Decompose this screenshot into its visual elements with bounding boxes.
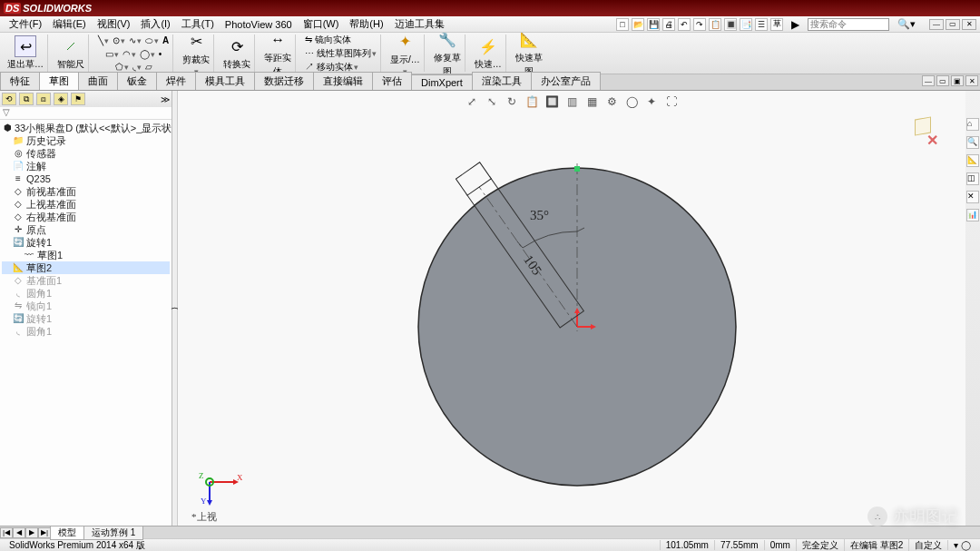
arc-icon[interactable]: ◠▾ [122, 49, 136, 59]
panel-tab-display[interactable]: ⚑ [71, 93, 85, 105]
bottom-tab-motion[interactable]: 运动算例 1 [83, 526, 143, 540]
tree-right[interactable]: ◇右视基准面 [2, 211, 170, 223]
panel-tab-property[interactable]: ⧉ [19, 93, 34, 105]
display-button[interactable]: ✦ 显示/…▾ [390, 33, 420, 74]
minimize-button[interactable]: — [929, 19, 944, 30]
panel-tab-config[interactable]: ⧈ [36, 93, 51, 105]
status-tail[interactable]: ▾ ◯ [947, 540, 976, 550]
tab-evaluate[interactable]: 评估 [372, 72, 412, 90]
line-icon[interactable]: ╲▾ [98, 35, 109, 45]
tab-directedit[interactable]: 直接编辑 [313, 72, 373, 90]
qa-undo-icon[interactable]: ↶ [678, 18, 691, 31]
panel-tab-feature-tree[interactable]: ⟲ [2, 93, 16, 105]
tab-sketch[interactable]: 草图 [39, 72, 79, 90]
maximize-button[interactable]: ▭ [946, 19, 960, 30]
offset-button[interactable]: ↔ 等距实 体 [264, 33, 291, 74]
tree-gray-4[interactable]: ◟圆角1 [2, 325, 170, 338]
qa-icon8[interactable]: 🔳 [724, 18, 737, 31]
smart-dimension-button[interactable]: ⟋ 智能尺 [57, 35, 84, 71]
repair-button[interactable]: 🔧 修复草 图 [434, 33, 461, 74]
ellipse-icon[interactable]: ◯▾ [140, 49, 155, 59]
menu-window[interactable]: 窗口(W) [298, 17, 345, 31]
menu-tools[interactable]: 工具(T) [176, 17, 220, 31]
tab-dimxpert[interactable]: DimXpert [411, 74, 473, 90]
taskpane-tab-4[interactable]: ✕ [966, 191, 979, 203]
mdi-maximize2[interactable]: ▣ [951, 75, 964, 86]
qa-icon11[interactable]: 草 [770, 18, 783, 31]
graphics-viewport[interactable]: ⤢ ⤡ ↻ 📋 🔲 ▥ ▦ ⚙ ◯ ✦ ⛶ [178, 91, 965, 526]
rapid-sketch-button[interactable]: 📐 快速草 图 [515, 33, 543, 74]
panel-collapse-button[interactable]: ≫ [161, 94, 170, 104]
taskpane-tab-0[interactable]: ⌂ [966, 118, 979, 131]
trim-button[interactable]: ✂ 剪裁实▾ [182, 33, 210, 74]
qa-save-icon[interactable]: 💾 [647, 18, 660, 31]
taskpane-tab-3[interactable]: ◫ [966, 172, 979, 185]
tree-origin[interactable]: ✛原点 [2, 223, 170, 236]
mdi-minimize[interactable]: — [922, 75, 935, 86]
panel-tab-dim[interactable]: ◈ [54, 93, 68, 105]
tab-datamig[interactable]: 数据迁移 [254, 72, 314, 90]
fillet-icon[interactable]: ◟▾ [132, 62, 142, 72]
tab-render[interactable]: 渲染工具 [472, 72, 532, 90]
tree-gray-1[interactable]: ◟圆角1 [2, 287, 170, 300]
qa-icon9[interactable]: 📑 [740, 18, 752, 31]
tree-sketch2[interactable]: 📐草图2 [2, 261, 170, 274]
menu-maidi[interactable]: 迈迪工具集 [389, 17, 450, 31]
tree-history[interactable]: 📁历史记录 [2, 134, 170, 147]
tabscroll-next[interactable]: ▶ [25, 527, 38, 538]
qa-open-icon[interactable]: 📂 [632, 18, 644, 31]
tree-revolve[interactable]: 🔄旋转1 [2, 236, 170, 249]
taskpane-tab-5[interactable]: 📊 [966, 209, 979, 221]
tree-gray-0[interactable]: ◇基准面1 [2, 274, 170, 287]
menu-insert[interactable]: 插入(I) [135, 17, 175, 31]
taskpane-tab-1[interactable]: 🔍 [966, 136, 979, 149]
tab-feature[interactable]: 特征 [0, 72, 40, 90]
model-canvas[interactable]: 105 35° [178, 100, 965, 526]
circle-icon[interactable]: ⊙▾ [113, 35, 125, 45]
qa-icon10[interactable]: ☰ [755, 18, 768, 31]
rapid-button[interactable]: ⚡ 快速… [475, 35, 502, 71]
qa-redo-icon[interactable]: ↷ [693, 18, 706, 31]
tree-sensor[interactable]: ◎传感器 [2, 147, 170, 160]
menu-help[interactable]: 帮助(H) [344, 17, 388, 31]
close-button[interactable]: ✕ [962, 19, 976, 30]
tab-surface[interactable]: 曲面 [78, 72, 118, 90]
menu-photoview[interactable]: PhotoView 360 [220, 19, 298, 30]
tabscroll-prev[interactable]: ◀ [13, 527, 25, 538]
help-icon[interactable]: 🔍▾ [892, 18, 921, 30]
feature-tree[interactable]: ⬢33小熊果盘D (默认<<默认>_显示状态 📁历史记录 ◎传感器 📄注解 ≡Q… [0, 120, 172, 526]
tree-root[interactable]: ⬢33小熊果盘D (默认<<默认>_显示状态 [2, 122, 170, 134]
qa-icon7[interactable]: 📋 [709, 18, 721, 31]
polygon-icon[interactable]: ⬠▾ [115, 62, 129, 72]
tab-mold[interactable]: 模具工具 [195, 72, 255, 90]
tree-material[interactable]: ≡Q235 [2, 172, 170, 185]
command-search-input[interactable] [808, 18, 889, 31]
spline-icon[interactable]: ∿▾ [129, 35, 142, 45]
mirror-button[interactable]: ⇋ 镜向实体 [305, 34, 377, 46]
panel-filter[interactable]: ▽ [0, 107, 172, 120]
rect-icon[interactable]: ▭▾ [105, 49, 119, 59]
text-icon[interactable]: A [162, 35, 169, 45]
tree-gray-3[interactable]: 🔄旋转1 [2, 312, 170, 325]
tabscroll-last[interactable]: ▶| [38, 527, 51, 538]
qa-print-icon[interactable]: 🖨 [662, 18, 675, 31]
bottom-tab-model[interactable]: 模型 [50, 526, 84, 540]
tab-weldment[interactable]: 焊件 [156, 72, 196, 90]
menu-file[interactable]: 文件(F) [4, 17, 47, 31]
tree-gray-2[interactable]: ⇋镜向1 [2, 300, 170, 312]
qa-new-icon[interactable]: □ [616, 18, 629, 31]
taskpane-tab-2[interactable]: 📐 [966, 154, 979, 167]
convert-button[interactable]: ⟳ 转换实 [223, 35, 250, 71]
tab-sheetmetal[interactable]: 钣金 [117, 72, 157, 90]
mdi-restore[interactable]: ▭ [936, 75, 949, 86]
tree-top[interactable]: ◇上视基准面 [2, 198, 170, 211]
plane-icon[interactable]: ▱ [145, 62, 152, 72]
exit-sketch-button[interactable]: ↩ 退出草… [7, 35, 44, 71]
menu-view[interactable]: 视图(V) [92, 17, 136, 31]
confirm-cancel-icon[interactable]: ✕ [926, 132, 938, 149]
tree-annot[interactable]: 📄注解 [2, 160, 170, 172]
tabscroll-first[interactable]: |◀ [0, 527, 13, 538]
mdi-close[interactable]: ✕ [965, 75, 978, 86]
tree-front[interactable]: ◇前视基准面 [2, 185, 170, 198]
pattern-button[interactable]: ⋯ 线性草图阵列▾ [305, 47, 377, 60]
